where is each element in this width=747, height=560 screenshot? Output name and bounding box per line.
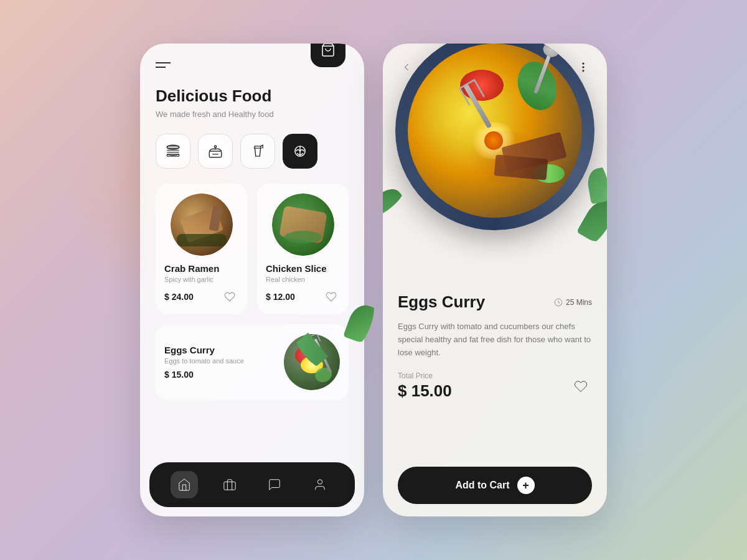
- total-section: Total Price $ 15.00: [398, 371, 452, 401]
- back-button[interactable]: [395, 56, 418, 78]
- category-drinks[interactable]: [240, 134, 275, 169]
- detail-favorite-button[interactable]: [570, 375, 592, 398]
- app-subtitle: We made fresh and Healthy food: [156, 110, 349, 119]
- cart-float-button[interactable]: [311, 44, 345, 67]
- more-options-button[interactable]: [572, 56, 594, 78]
- svg-point-17: [583, 70, 585, 72]
- leaf-right-3: [383, 184, 406, 221]
- price-row: Total Price $ 15.00: [398, 371, 592, 401]
- detail-top-bar: [395, 56, 594, 78]
- app-title: Delicious Food: [156, 86, 349, 106]
- left-phone-content: Delicious Food We made fresh and Healthy…: [140, 44, 364, 456]
- category-cake[interactable]: [198, 134, 233, 169]
- food-price-crab-ramen: $ 24.00: [164, 292, 194, 302]
- favorite-button-chicken-slice[interactable]: [322, 288, 340, 306]
- svg-rect-13: [224, 482, 235, 490]
- svg-rect-2: [167, 146, 179, 148]
- eggs-curry-price: $ 15.00: [164, 370, 284, 380]
- bottom-navigation: [149, 462, 355, 507]
- category-list: [156, 134, 349, 169]
- food-image-crab-ramen: [171, 194, 233, 256]
- svg-point-14: [317, 480, 322, 484]
- leaf-right-2: [586, 166, 607, 204]
- category-burger[interactable]: [156, 134, 190, 169]
- total-price-value: $ 15.00: [398, 381, 452, 401]
- food-desc-crab-ramen: Spicy with garlic: [164, 276, 238, 283]
- nav-home[interactable]: [171, 471, 198, 498]
- add-to-cart-button[interactable]: Add to Cart +: [398, 467, 592, 504]
- add-cart-plus-icon: +: [517, 477, 535, 494]
- food-desc-chicken-slice: Real chicken: [266, 276, 340, 283]
- food-name-crab-ramen: Crab Ramen: [164, 263, 238, 274]
- total-price-label: Total Price: [398, 371, 452, 380]
- left-phone: Delicious Food We made fresh and Healthy…: [140, 44, 364, 516]
- svg-point-8: [214, 146, 216, 147]
- food-name-chicken-slice: Chicken Slice: [266, 263, 340, 274]
- nav-chat[interactable]: [261, 471, 288, 498]
- favorite-button-crab-ramen[interactable]: [221, 288, 238, 306]
- dish-detail-content: Eggs Curry 25 Mins Eggs Curry with tomat…: [383, 280, 607, 516]
- nav-wallet[interactable]: [216, 471, 243, 498]
- eggs-curry-desc: Eggs to tomato and sauce: [164, 357, 284, 365]
- food-footer-crab-ramen: $ 24.00: [164, 288, 238, 306]
- right-phone: Eggs Curry 25 Mins Eggs Curry with tomat…: [383, 44, 607, 516]
- cook-time-badge: 25 Mins: [554, 298, 592, 307]
- cart-icon: [321, 44, 336, 57]
- food-card-chicken-slice[interactable]: Chicken Slice Real chicken $ 12.00: [257, 184, 349, 314]
- dish-image-area: [383, 44, 607, 280]
- svg-point-16: [583, 67, 585, 68]
- nav-profile[interactable]: [306, 471, 334, 498]
- food-footer-chicken-slice: $ 12.00: [266, 288, 340, 306]
- food-price-chicken-slice: $ 12.00: [266, 292, 295, 302]
- dish-name-row: Eggs Curry 25 Mins: [398, 292, 592, 312]
- eggs-curry-info: Eggs Curry Eggs to tomato and sauce $ 15…: [164, 345, 284, 380]
- dish-description: Eggs Curry with tomato and cucumbers our…: [398, 320, 592, 359]
- dish-name: Eggs Curry: [398, 292, 485, 312]
- eggs-curry-name: Eggs Curry: [164, 345, 284, 355]
- food-grid: Crab Ramen Spicy with garlic $ 24.00: [156, 184, 349, 314]
- food-image-chicken-slice: [272, 194, 334, 256]
- cook-time-label: 25 Mins: [566, 298, 592, 307]
- food-card-crab-ramen[interactable]: Crab Ramen Spicy with garlic $ 24.00: [156, 184, 247, 314]
- add-to-cart-label: Add to Cart: [455, 480, 509, 491]
- svg-point-15: [583, 63, 585, 65]
- category-food[interactable]: [283, 134, 317, 169]
